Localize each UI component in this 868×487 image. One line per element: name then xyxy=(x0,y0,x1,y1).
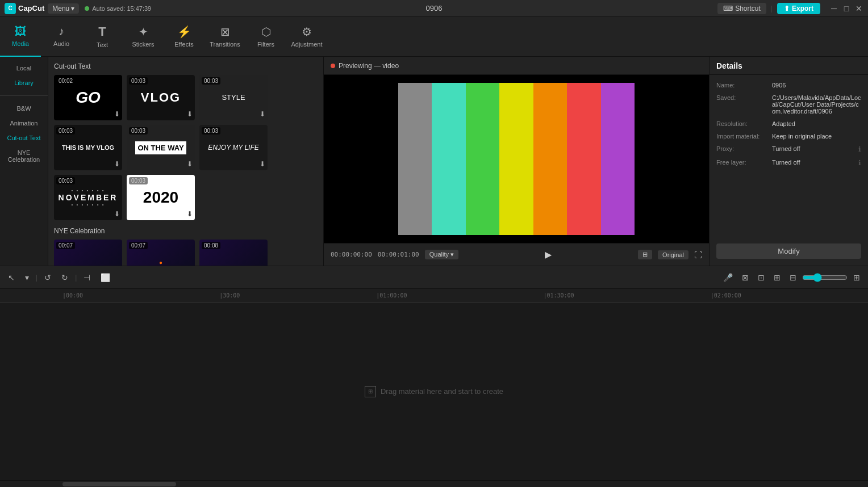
tool-adjustment[interactable]: ⚙ Adjustment xyxy=(286,17,327,57)
play-button[interactable]: ▶ xyxy=(545,249,552,260)
clip-enjoymylife[interactable]: 00:03 ENJOY MY LIFE ⬇ xyxy=(199,125,268,170)
divider: | xyxy=(771,5,773,12)
logo-icon: C xyxy=(5,3,16,14)
preview-controls: 00:00:00:00 00:00:01:00 Quality ▾ ▶ ⊞ Or… xyxy=(324,243,709,266)
tool-transitions[interactable]: ⊠ Transitions xyxy=(205,17,245,57)
bar-purple xyxy=(601,83,635,235)
minimize-button[interactable]: ─ xyxy=(829,4,838,13)
app-name: CapCut xyxy=(18,4,44,12)
clip-november-inner: • • • • • • • NOVEMBER • • • • • • • xyxy=(59,188,118,207)
menu-label: Menu xyxy=(52,5,69,12)
shortcut-button[interactable]: ⌨ Shortcut xyxy=(717,3,766,14)
tool-text[interactable]: T Text xyxy=(82,17,123,57)
clip-enjoymylife-download[interactable]: ⬇ xyxy=(260,160,265,168)
fullscreen-button[interactable]: ⛶ xyxy=(694,250,702,259)
sidebar-item-bw[interactable]: B&W xyxy=(2,102,45,115)
zoom-slider[interactable] xyxy=(802,273,848,282)
resolution-value: Adapted xyxy=(772,120,861,127)
shortcut-icon: ⌨ xyxy=(723,5,733,12)
tl-ctrl3[interactable]: ⊞ xyxy=(770,272,784,283)
bar-cyan xyxy=(432,83,465,235)
cursor-tool[interactable]: ↖ xyxy=(5,272,18,283)
timeline-ruler: |00:00 |30:00 |01:00:00 |01:30:00 |02:00… xyxy=(0,289,868,303)
clip-style-download[interactable]: ⬇ xyxy=(260,110,265,118)
clip-2020-download[interactable]: ⬇ xyxy=(187,210,193,218)
clip-thisis-download[interactable]: ⬇ xyxy=(114,160,120,168)
time-current: 00:00:00:00 xyxy=(331,251,372,258)
tl-ctrl5[interactable]: ⊞ xyxy=(850,272,863,283)
horizontal-scrollbar[interactable] xyxy=(0,480,868,487)
clip-november-dots-top: • • • • • • • xyxy=(59,188,118,193)
quality-button[interactable]: Quality ▾ xyxy=(425,250,458,259)
saved-label: Saved: xyxy=(716,94,767,101)
filters-label: Filters xyxy=(257,41,274,48)
clip-november-download[interactable]: ⬇ xyxy=(114,210,120,218)
free-layer-value: Turned off xyxy=(772,159,854,166)
adjustment-label: Adjustment xyxy=(291,41,322,48)
main-content: Local Library B&W Animation Cut-out Text… xyxy=(0,57,868,266)
clip-thisis[interactable]: 00:03 THIS IS MY VLOG ⬇ xyxy=(54,125,122,170)
media-label: Media xyxy=(12,40,29,47)
maximize-button[interactable]: □ xyxy=(842,4,851,13)
clip-enjoymylife-duration: 00:03 xyxy=(202,127,220,135)
sidebar-item-library[interactable]: Library xyxy=(2,76,45,90)
sidebar-item-cutout[interactable]: Cut-out Text xyxy=(2,131,45,145)
effects-icon: ⚡ xyxy=(177,25,191,39)
original-button[interactable]: ⊞ xyxy=(638,250,652,259)
free-layer-info-icon[interactable]: ℹ xyxy=(858,159,861,167)
tick-130: |01:30:00 xyxy=(543,292,574,299)
sidebar-item-nye[interactable]: NYE Celebration xyxy=(2,146,45,166)
split-button[interactable]: ⊣ xyxy=(80,272,94,283)
name-label: Name: xyxy=(716,82,767,89)
clip-style[interactable]: 00:03 STYLE ⬇ xyxy=(199,75,268,120)
clip-ontheway[interactable]: 00:03 ON THE WAY ⬇ xyxy=(127,125,195,170)
details-title: Details xyxy=(710,57,868,75)
redo-button[interactable]: ↻ xyxy=(58,272,72,283)
tool-media[interactable]: 🖼 Media xyxy=(0,17,41,57)
sidebar-item-local[interactable]: Local xyxy=(2,61,45,75)
clip-nye-2[interactable]: 00:07 ● ⬇ xyxy=(127,240,195,266)
export-button[interactable]: ⬆ Export xyxy=(777,3,820,14)
bar-orange xyxy=(533,83,567,235)
tl-ctrl2[interactable]: ⊡ xyxy=(754,272,768,283)
clip-vlog-download[interactable]: ⬇ xyxy=(187,110,193,118)
sidebar: Local Library B&W Animation Cut-out Text… xyxy=(0,57,48,266)
mic-button[interactable]: 🎤 xyxy=(720,272,736,283)
tool-stickers[interactable]: ✦ Stickers xyxy=(123,17,164,57)
clip-go-download[interactable]: ⬇ xyxy=(114,110,120,118)
tool-filters[interactable]: ⬡ Filters xyxy=(245,17,286,57)
bar-gray xyxy=(398,83,432,235)
close-button[interactable]: ✕ xyxy=(854,4,863,13)
scrollbar-thumb[interactable] xyxy=(62,482,176,486)
filters-icon: ⬡ xyxy=(261,25,271,39)
tool-audio[interactable]: ♪ Audio xyxy=(41,17,82,57)
delete-button[interactable]: ⬜ xyxy=(97,272,114,283)
tl-ctrl4[interactable]: ⊟ xyxy=(786,272,800,283)
sidebar-item-animation[interactable]: Animation xyxy=(2,116,45,130)
undo-button[interactable]: ↺ xyxy=(41,272,55,283)
clip-vlog[interactable]: 00:03 VLOG ⬇ xyxy=(127,75,195,120)
topbar: C CapCut Menu ▾ Auto saved: 15:47:39 090… xyxy=(0,0,868,17)
text-label: Text xyxy=(97,41,108,48)
clip-november[interactable]: 00:03 • • • • • • • NOVEMBER • • • • • •… xyxy=(54,175,122,220)
original-label-btn[interactable]: Original xyxy=(658,250,688,259)
clip-2020[interactable]: 00:03 2020 ⬇ xyxy=(127,175,195,220)
tl-ctrl1[interactable]: ⊠ xyxy=(738,272,752,283)
clip-ontheway-download[interactable]: ⬇ xyxy=(187,160,193,168)
clip-go[interactable]: 00:02 GO ⬇ xyxy=(54,75,122,120)
project-name: 0906 xyxy=(426,4,443,12)
menu-button[interactable]: Menu ▾ xyxy=(48,3,79,14)
modify-button[interactable]: Modify xyxy=(716,244,861,259)
topbar-right-actions: ⌨ Shortcut | ⬆ Export ─ □ ✕ xyxy=(717,3,863,14)
tl-chevron-down[interactable]: ▾ xyxy=(22,272,32,283)
proxy-info-icon[interactable]: ℹ xyxy=(858,145,861,153)
tool-effects[interactable]: ⚡ Effects xyxy=(164,17,205,57)
clip-ontheway-duration: 00:03 xyxy=(129,127,148,135)
clip-nye-3-duration: 00:08 xyxy=(202,242,220,249)
window-controls: ─ □ ✕ xyxy=(829,4,863,13)
clip-nye-1[interactable]: 00:07 ⬇ xyxy=(54,240,122,266)
clip-nye-3[interactable]: 00:08 ⬇ xyxy=(199,240,268,266)
clip-enjoymylife-text: ENJOY MY LIFE xyxy=(208,144,259,152)
preview-video xyxy=(398,83,635,235)
menu-chevron: ▾ xyxy=(71,5,74,12)
